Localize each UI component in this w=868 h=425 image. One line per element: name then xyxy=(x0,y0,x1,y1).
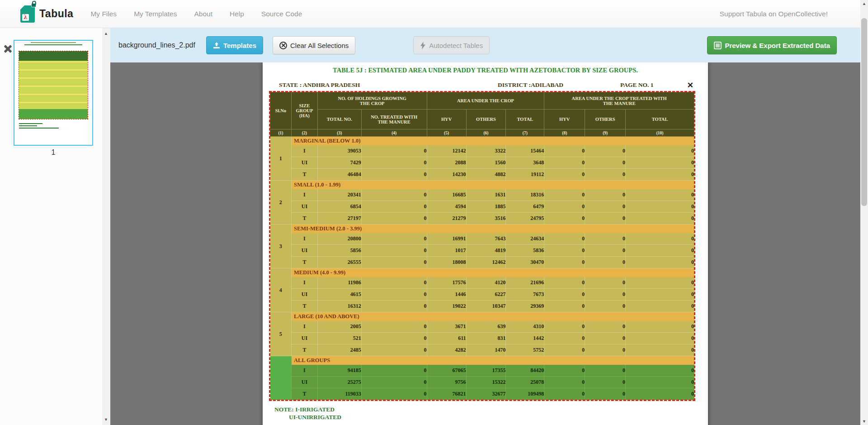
scroll-down-icon[interactable]: ▼ xyxy=(102,416,110,423)
table-row: T11903307682132677109498000 xyxy=(270,388,694,400)
selection-close-icon[interactable]: ✕ xyxy=(687,81,693,89)
group-slno-cell: 2 xyxy=(270,181,292,224)
scroll-up-icon[interactable]: ▲ xyxy=(860,0,868,7)
row-type-cell: I xyxy=(291,277,317,289)
value-cell: 0 xyxy=(585,388,626,400)
value-cell: 2485 xyxy=(317,344,361,356)
value-cell: 1442 xyxy=(506,333,544,344)
value-cell: 84420 xyxy=(506,365,544,377)
table-selection-box[interactable]: ✕ Sl.NoSIZE GROUP (HA)NO. OF HOLDINGS GR… xyxy=(270,92,694,400)
table-row: UI52106118311442000 xyxy=(270,333,694,344)
header-no-treated: NO. TREATED WITH THE MANURE xyxy=(361,110,427,129)
table-row: UI25275097561532225078000 xyxy=(270,377,694,388)
nav-link-my-templates[interactable]: My Templates xyxy=(134,10,177,18)
thumb-title-line xyxy=(31,42,76,43)
size-group-block: 2SMALL (1.0 - 1.99)I20341016685163118316… xyxy=(270,181,694,224)
value-cell: 0 xyxy=(585,245,626,257)
nav-link-help[interactable]: Help xyxy=(230,10,244,18)
value-cell: 16685 xyxy=(427,189,466,201)
table-row: T265550180081246230470000 xyxy=(270,257,694,268)
value-cell: 0 xyxy=(361,201,427,213)
scroll-down-icon[interactable]: ▼ xyxy=(860,418,868,425)
value-cell: 0 xyxy=(626,145,694,157)
value-cell: 0 xyxy=(626,365,694,377)
value-cell: 24634 xyxy=(506,233,544,245)
value-cell: 0 xyxy=(544,213,585,224)
value-cell: 6227 xyxy=(466,289,506,301)
export-table-icon xyxy=(714,42,722,49)
pdf-page[interactable]: TABLE 5J : ESTIMATED AREA UNDER PADDY TR… xyxy=(263,62,708,425)
clear-all-selections-button[interactable]: Clear All Selections xyxy=(273,36,355,54)
header-area-group: AREA UNDER THE CROP xyxy=(427,92,544,110)
value-cell: 20341 xyxy=(317,189,361,201)
size-group-block: 5LARGE (10 AND ABOVE)I200503671639431000… xyxy=(270,312,694,356)
value-cell: 0 xyxy=(585,321,626,333)
value-cell: 0 xyxy=(544,189,585,201)
row-type-cell: I xyxy=(291,189,317,201)
value-cell: 3322 xyxy=(466,145,506,157)
table-row: I20341016685163118316000 xyxy=(270,189,694,201)
row-type-cell: T xyxy=(291,169,317,181)
pdf-meta-row: STATE : ANDHRA PRADESH DISTRICT :ADILABA… xyxy=(263,81,708,90)
value-cell: 19022 xyxy=(427,301,466,312)
group-label-cell: SEMI-MEDIUM (2.0 - 3.99) xyxy=(291,224,694,233)
value-cell: 0 xyxy=(361,333,427,344)
value-cell: 5856 xyxy=(317,245,361,257)
value-cell: 30470 xyxy=(506,257,544,268)
tabula-brand[interactable]: λ Tabula xyxy=(20,5,73,23)
templates-button[interactable]: Templates xyxy=(206,36,263,54)
thumb-note-lines xyxy=(19,123,59,130)
row-type-cell: UI xyxy=(291,289,317,301)
value-cell: 0 xyxy=(585,157,626,169)
value-cell: 611 xyxy=(427,333,466,344)
support-link[interactable]: Support Tabula on OpenCollective! xyxy=(720,10,828,18)
value-cell: 0 xyxy=(626,321,694,333)
value-cell: 46484 xyxy=(317,169,361,181)
pdf-pageno-label: PAGE NO. 1 xyxy=(620,81,654,89)
value-cell: 16991 xyxy=(427,233,466,245)
value-cell: 24795 xyxy=(506,213,544,224)
value-cell: 3516 xyxy=(466,213,506,224)
header-size-group: SIZE GROUP (HA) xyxy=(291,92,317,129)
value-cell: 0 xyxy=(626,301,694,312)
row-type-cell: I xyxy=(291,321,317,333)
table-row: I39053012142332215464000 xyxy=(270,145,694,157)
value-cell: 7673 xyxy=(506,289,544,301)
value-cell: 39053 xyxy=(317,145,361,157)
header-others: OTHERS xyxy=(585,110,626,129)
value-cell: 0 xyxy=(626,157,694,169)
window-scrollbar[interactable]: ▲ ▼ xyxy=(860,0,868,425)
nav-link-source-code[interactable]: Source Code xyxy=(261,10,302,18)
nav-link-about[interactable]: About xyxy=(194,10,212,18)
table-row: UI74290208815603648000 xyxy=(270,157,694,169)
top-navbar: λ Tabula My FilesMy TemplatesAboutHelpSo… xyxy=(0,0,860,28)
page-thumbnail[interactable] xyxy=(14,40,93,146)
scrollbar-thumb[interactable] xyxy=(861,18,867,206)
value-cell: 0 xyxy=(544,301,585,312)
scroll-up-icon[interactable]: ▲ xyxy=(102,30,110,37)
value-cell: 0 xyxy=(544,257,585,268)
group-label-cell: LARGE (10 AND ABOVE) xyxy=(291,312,694,321)
size-group-block: 1MARGINAL (BELOW 1.0)I390530121423322154… xyxy=(270,137,694,181)
autodetect-tables-button[interactable]: Autodetect Tables xyxy=(413,36,490,54)
column-number: (10) xyxy=(626,129,694,137)
preview-export-button[interactable]: Preview & Export Extracted Data xyxy=(707,36,837,54)
nav-link-my-files[interactable]: My Files xyxy=(90,10,117,18)
value-cell: 1560 xyxy=(466,157,506,169)
value-cell: 0 xyxy=(585,377,626,388)
value-cell: 4615 xyxy=(317,289,361,301)
value-cell: 109498 xyxy=(506,388,544,400)
header-total: TOTAL xyxy=(506,110,544,129)
pdf-canvas[interactable]: TABLE 5J : ESTIMATED AREA UNDER PADDY TR… xyxy=(110,62,860,425)
header-holdings-group: NO. OF HOLDINGS GROWING THE CROP xyxy=(317,92,427,110)
thumbnail-page-number: 1 xyxy=(14,148,93,157)
value-cell: 0 xyxy=(585,233,626,245)
value-cell: 0 xyxy=(626,289,694,301)
value-cell: 4594 xyxy=(427,201,466,213)
value-cell: 1631 xyxy=(466,189,506,201)
tabula-logo-icon: λ xyxy=(20,5,35,23)
value-cell: 4120 xyxy=(466,277,506,289)
sidebar-scrollbar[interactable]: ▲ ▼ xyxy=(102,28,110,425)
remove-page-icon[interactable] xyxy=(3,44,12,53)
value-cell: 4310 xyxy=(506,321,544,333)
